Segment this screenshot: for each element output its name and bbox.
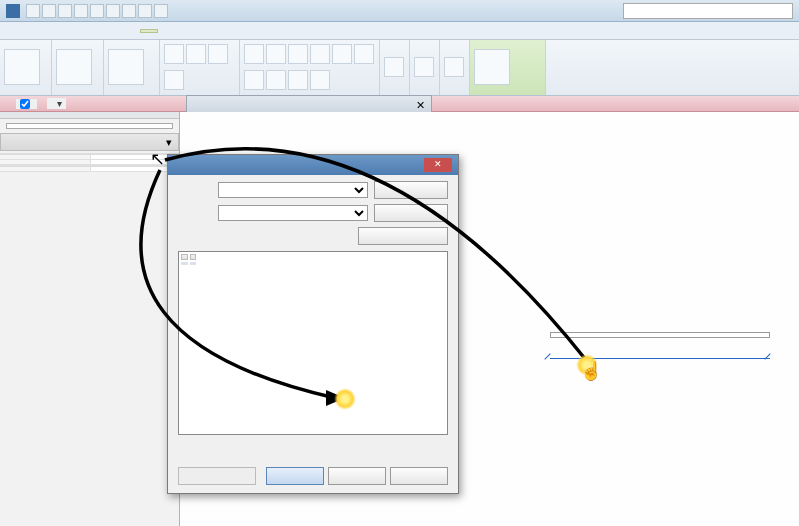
ribbon-group-crear	[440, 40, 470, 95]
type-selector[interactable]	[6, 123, 173, 129]
title-bar	[0, 0, 799, 22]
properties-panel: ▾	[0, 112, 180, 526]
vista-previa-button[interactable]	[178, 467, 256, 485]
trim-icon[interactable]	[244, 70, 264, 90]
type-properties-dialog: ✕	[167, 154, 459, 494]
qat-save-icon[interactable]	[42, 4, 56, 18]
array-icon[interactable]	[332, 44, 352, 64]
familia-select[interactable]	[218, 182, 368, 198]
ribbon-group-portapapeles	[104, 40, 160, 95]
dialog-close-icon[interactable]: ✕	[424, 158, 452, 172]
qat-undo-icon[interactable]	[58, 4, 72, 18]
preferido-label: ▾	[47, 98, 66, 109]
modify-icon[interactable]	[4, 49, 40, 85]
cursor-hand-icon: ☝	[580, 360, 598, 382]
qat-redo-icon[interactable]	[74, 4, 88, 18]
measure-icon[interactable]	[414, 57, 434, 77]
recorte-icon[interactable]	[164, 44, 184, 64]
ribbon-group-linea-ref	[470, 40, 546, 95]
split-icon[interactable]	[266, 70, 286, 90]
cortar-icon[interactable]	[186, 44, 206, 64]
app-icon	[6, 4, 20, 18]
ribbon-group-seleccionar	[0, 40, 52, 95]
view-icon[interactable]	[384, 57, 404, 77]
properties-panel-title	[0, 112, 179, 119]
quick-access-toolbar[interactable]	[26, 4, 168, 18]
aceptar-button[interactable]	[266, 467, 324, 485]
ribbon-group-geometria	[160, 40, 240, 95]
align-icon[interactable]	[354, 44, 374, 64]
ribbon-group-medir	[410, 40, 440, 95]
rotate-icon[interactable]	[288, 44, 308, 64]
close-icon[interactable]: ✕	[416, 99, 425, 111]
qat-cloud-icon[interactable]	[138, 4, 152, 18]
cursor-icon: ↖	[150, 148, 168, 170]
mirror-icon[interactable]	[310, 44, 330, 64]
ribbon-group-modificar	[240, 40, 380, 95]
ribbon-group-propiedades	[52, 40, 104, 95]
properties-icon[interactable]	[56, 49, 92, 85]
copy-icon[interactable]	[266, 44, 286, 64]
qat-print-icon[interactable]	[90, 4, 104, 18]
qat-more-icon[interactable]	[154, 4, 168, 18]
create-icon[interactable]	[444, 57, 464, 77]
duplicar-button[interactable]	[374, 204, 448, 222]
qat-open-icon[interactable]	[26, 4, 40, 18]
ribbon-group-vista	[380, 40, 410, 95]
help-search-input[interactable]	[623, 3, 793, 19]
offset-icon[interactable]	[288, 70, 308, 90]
ribbon	[0, 40, 799, 96]
parameters-table[interactable]	[178, 251, 448, 435]
dialog-titlebar[interactable]: ✕	[168, 155, 458, 175]
paste-icon[interactable]	[108, 49, 144, 85]
unir-icon[interactable]	[208, 44, 228, 64]
tab-modificar-cotas[interactable]	[140, 29, 158, 33]
cargar-button[interactable]	[374, 181, 448, 199]
tipo-select[interactable]	[218, 205, 368, 221]
qat-measure-icon[interactable]	[122, 4, 136, 18]
qat-sync-icon[interactable]	[106, 4, 120, 18]
highlight-flash-icon	[334, 388, 356, 410]
edit-reflines-icon[interactable]	[474, 49, 510, 85]
aplicar-button[interactable]	[390, 467, 448, 485]
cambiar-nombre-button[interactable]	[358, 227, 448, 245]
geom-icon[interactable]	[164, 70, 184, 90]
wall-element[interactable]	[550, 332, 770, 338]
cancelar-button[interactable]	[328, 467, 386, 485]
ribbon-tabs[interactable]	[0, 22, 799, 40]
directriz-checkbox[interactable]	[16, 99, 37, 109]
scale-icon[interactable]	[310, 70, 330, 90]
move-icon[interactable]	[244, 44, 264, 64]
